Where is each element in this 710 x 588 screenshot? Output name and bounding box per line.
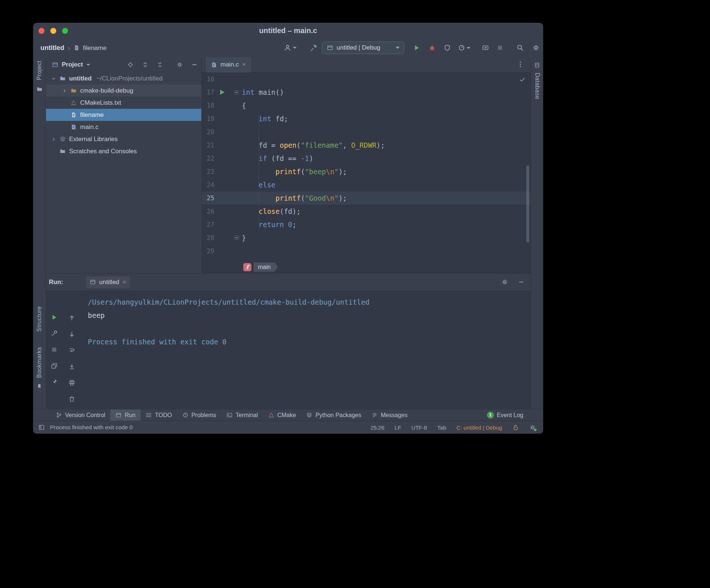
breadcrumb-project[interactable]: untitled xyxy=(40,44,64,52)
bottom-tab-messages[interactable]: Messages xyxy=(366,409,413,421)
editor-options-icon[interactable] xyxy=(517,61,524,68)
console-lines[interactable]: /Users/hangyulkim/CLionProjects/untitled… xyxy=(88,295,369,348)
code-line[interactable]: 23 printf("beep\n"); xyxy=(202,165,531,178)
tree-row-project-root[interactable]: untitled ~/CLionProjects/untitled xyxy=(46,72,201,85)
chevron-right-icon[interactable] xyxy=(51,137,56,142)
bottom-tab-problems[interactable]: Problems xyxy=(177,409,222,421)
prev-occurrence-icon[interactable] xyxy=(68,315,75,322)
bottom-tab-terminal[interactable]: Terminal xyxy=(221,409,263,421)
expand-all-icon[interactable] xyxy=(142,61,148,68)
code-line[interactable]: 20 xyxy=(202,125,531,139)
code-line[interactable]: 16 xyxy=(202,72,531,86)
search-everywhere-button[interactable] xyxy=(516,44,524,52)
resolve-context[interactable]: C: untitled | Debug xyxy=(456,424,502,431)
editor-body[interactable]: 1617int main()18{19 int fd;2021 fd = ope… xyxy=(202,72,531,261)
bottom-tab-python-packages[interactable]: Python Packages xyxy=(301,409,366,421)
fold-marker-icon[interactable] xyxy=(234,236,239,240)
settings-notification[interactable] xyxy=(529,424,536,431)
code-line[interactable]: 28} xyxy=(202,231,531,244)
breadcrumb-function[interactable]: main xyxy=(254,262,278,272)
soft-wrap-icon[interactable] xyxy=(68,347,75,354)
chevron-down-icon[interactable] xyxy=(51,76,56,81)
line-number: 24 xyxy=(202,178,214,191)
wrench-icon[interactable] xyxy=(51,330,58,337)
build-button[interactable] xyxy=(310,44,318,52)
tool-window-layout-icon[interactable] xyxy=(38,424,45,431)
debug-button[interactable] xyxy=(428,44,436,51)
bottom-tab-label: CMake xyxy=(277,412,296,419)
code-line[interactable]: 24 else xyxy=(202,178,531,191)
tree-row-filename[interactable]: filename xyxy=(46,109,201,121)
run-configuration-select[interactable]: untitled | Debug xyxy=(322,42,404,54)
run-tab-untitled[interactable]: untitled × xyxy=(86,276,130,288)
run-line-icon[interactable] xyxy=(220,90,225,95)
editor-scrollbar[interactable] xyxy=(526,165,529,243)
run-button[interactable] xyxy=(413,44,420,51)
tool-window-button-database[interactable]: Database xyxy=(534,73,541,100)
tool-window-button-project[interactable]: Project xyxy=(36,61,43,80)
collapse-all-icon[interactable] xyxy=(157,61,163,68)
line-separator[interactable]: LF xyxy=(395,424,401,431)
terminal-icon xyxy=(226,412,233,418)
chevron-right-icon[interactable] xyxy=(62,88,67,93)
breadcrumb-file[interactable]: filename xyxy=(83,44,107,51)
close-tab-icon[interactable]: × xyxy=(242,61,246,68)
database-icon[interactable] xyxy=(534,62,540,68)
tool-window-bar: Version Control Run TODO Problems Termin… xyxy=(33,409,543,421)
hide-panel-icon[interactable] xyxy=(518,279,525,286)
inspections-ok-icon[interactable] xyxy=(519,76,526,83)
code-line[interactable]: 26 close(fd); xyxy=(202,205,531,218)
code-line[interactable]: 19 int fd; xyxy=(202,112,531,125)
stop-button[interactable] xyxy=(496,44,503,51)
pin-tab-icon[interactable] xyxy=(51,379,58,385)
file-encoding[interactable]: UTF-8 xyxy=(411,424,427,431)
coverage-button[interactable] xyxy=(444,44,451,51)
tree-row-cmakelists[interactable]: CMakeLists.txt xyxy=(46,97,201,109)
editor-tab-main-c[interactable]: main.c × xyxy=(206,57,251,72)
options-gear-icon[interactable] xyxy=(176,61,183,68)
locate-file-icon[interactable] xyxy=(127,61,134,68)
tree-row-main-c[interactable]: main.c xyxy=(46,121,201,133)
bookmark-icon[interactable] xyxy=(36,383,42,389)
scroll-to-end-icon[interactable] xyxy=(68,363,75,370)
clear-console-icon[interactable] xyxy=(68,395,75,402)
bottom-tab-run[interactable]: Run xyxy=(110,409,140,421)
line-number: 18 xyxy=(202,99,214,112)
print-icon[interactable] xyxy=(68,379,75,386)
close-tab-icon[interactable]: × xyxy=(123,279,126,286)
tool-window-button-bookmarks[interactable]: Bookmarks xyxy=(36,347,43,378)
run-options-gear-icon[interactable] xyxy=(501,279,508,286)
unlock-icon[interactable] xyxy=(512,424,519,431)
caret-position[interactable]: 25:26 xyxy=(370,424,384,431)
next-occurrence-icon[interactable] xyxy=(68,331,75,338)
bottom-tab-todo[interactable]: TODO xyxy=(141,409,177,421)
fold-marker-icon[interactable] xyxy=(234,90,239,94)
project-panel-title[interactable]: Project xyxy=(62,61,83,68)
code-line[interactable]: 22 if (fd == -1) xyxy=(202,152,531,165)
restore-layout-icon[interactable] xyxy=(51,362,58,369)
code-line[interactable]: 29 xyxy=(202,244,531,258)
rerun-button[interactable] xyxy=(51,314,58,321)
tree-row-cmake-build-debug[interactable]: cmake-build-debug xyxy=(46,85,201,97)
bottom-tab-cmake[interactable]: CMake xyxy=(263,409,301,421)
code-line[interactable]: 25 printf("Good\n"); xyxy=(202,191,531,205)
tool-window-button-structure[interactable]: Structure xyxy=(36,306,43,331)
profiler-button[interactable] xyxy=(458,44,470,51)
code-line[interactable]: 21 fd = open("filename", O_RDWR); xyxy=(202,139,531,152)
bottom-tab-event-log[interactable]: 1 Event Log xyxy=(482,409,528,421)
chevron-down-icon[interactable] xyxy=(86,64,90,66)
hide-panel-icon[interactable] xyxy=(191,61,198,68)
code-line[interactable]: 17int main() xyxy=(202,86,531,99)
tree-row-external-libraries[interactable]: External Libraries xyxy=(46,133,201,145)
code-line[interactable]: 18{ xyxy=(202,99,531,112)
code-line[interactable]: 27 return 0; xyxy=(202,218,531,231)
attach-to-process-button[interactable] xyxy=(482,44,489,51)
user-menu[interactable] xyxy=(284,44,297,52)
bottom-tab-version-control[interactable]: Version Control xyxy=(51,409,110,421)
stop-icon[interactable] xyxy=(51,346,58,353)
settings-button[interactable] xyxy=(532,44,540,52)
folder-icon[interactable] xyxy=(36,86,43,92)
tree-row-scratches[interactable]: Scratches and Consoles xyxy=(46,145,201,157)
indent-style[interactable]: Tab xyxy=(437,424,446,431)
folder-icon xyxy=(60,75,66,82)
